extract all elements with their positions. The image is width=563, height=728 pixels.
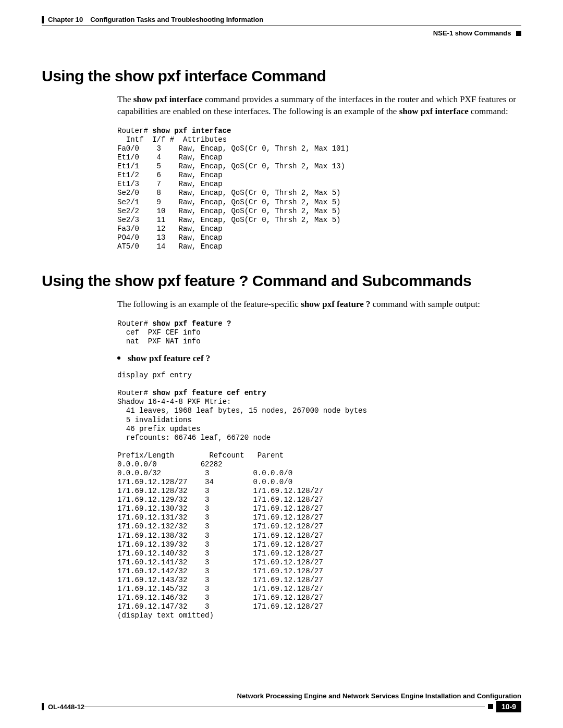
header-rule	[42, 26, 521, 26]
code-output: Shadow 16-4-4-8 PXF Mtrie: 41 leaves, 19…	[117, 398, 367, 620]
inline-command: show pxf interface	[133, 94, 203, 104]
section-heading-2: Using the show pxf feature ? Command and…	[42, 272, 521, 290]
footer-square-icon	[488, 704, 493, 709]
chapter-title: Configuration Tasks and Troubleshooting …	[90, 16, 263, 23]
code-output: cef PXF CEF info nat PXF NAT info	[117, 328, 201, 346]
section-heading-1: Using the show pxf interface Command	[42, 67, 521, 85]
section1-paragraph: The show pxf interface command provides …	[117, 94, 516, 118]
section-breadcrumb: NSE-1 show Commands	[42, 29, 521, 37]
bullet-item: show pxf feature cef ?	[117, 353, 521, 364]
inline-command: show pxf feature ?	[301, 299, 370, 309]
breadcrumb-text: NSE-1 show Commands	[433, 29, 511, 37]
inline-command: show pxf interface	[399, 106, 469, 116]
code-command: show pxf feature ?	[152, 319, 231, 328]
code-output: Intf I/f # Attributes Fa0/0 3 Raw, Encap…	[117, 135, 349, 251]
section2-paragraph: The following is an example of the featu…	[117, 299, 516, 311]
bullet-text: show pxf feature cef ?	[128, 353, 210, 363]
code-command: show pxf interface	[152, 127, 231, 135]
breadcrumb-square-icon	[516, 31, 521, 36]
header-bar-icon	[42, 16, 44, 23]
footer-doc-id: OL-4448-12	[48, 703, 84, 711]
footer-book-title: Network Processing Engine and Network Se…	[42, 692, 521, 700]
chapter-label: Chapter 10	[48, 16, 83, 23]
code-block-2: Router# show pxf feature ? cef PXF CEF i…	[117, 319, 521, 346]
page-number: 10-9	[496, 701, 521, 712]
code-command: show pxf feature cef entry	[152, 389, 266, 397]
chapter-header: Chapter 10 Configuration Tasks and Troub…	[42, 16, 521, 23]
bullet-dot-icon	[117, 356, 120, 360]
code-block-3: display pxf entry Router# show pxf featu…	[117, 371, 521, 620]
code-block-1: Router# show pxf interface Intf I/f # At…	[117, 127, 521, 251]
page-footer: Network Processing Engine and Network Se…	[42, 692, 521, 712]
footer-bar-icon	[42, 703, 44, 710]
footer-rule	[84, 707, 485, 707]
